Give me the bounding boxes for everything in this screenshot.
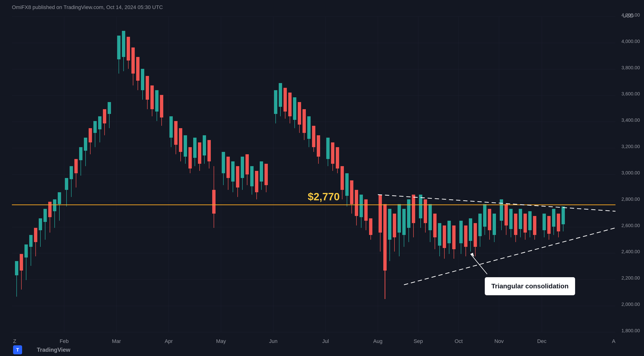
y-label-2600: 2,600.00 bbox=[622, 223, 640, 228]
svg-rect-90 bbox=[179, 128, 182, 152]
svg-rect-60 bbox=[98, 116, 102, 129]
y-label-2800: 2,800.00 bbox=[622, 196, 640, 202]
svg-rect-94 bbox=[188, 147, 192, 169]
svg-rect-64 bbox=[108, 102, 111, 114]
svg-rect-170 bbox=[388, 209, 392, 240]
svg-rect-30 bbox=[24, 244, 28, 257]
svg-rect-144 bbox=[317, 135, 320, 157]
svg-rect-176 bbox=[402, 209, 406, 235]
svg-rect-82 bbox=[155, 90, 158, 112]
svg-rect-142 bbox=[312, 126, 315, 147]
svg-rect-188 bbox=[433, 214, 436, 237]
svg-rect-114 bbox=[241, 157, 244, 178]
svg-rect-96 bbox=[193, 138, 196, 158]
svg-rect-26 bbox=[15, 261, 18, 275]
x-label-sep: Sep bbox=[414, 338, 423, 344]
svg-rect-78 bbox=[146, 76, 149, 100]
svg-rect-42 bbox=[53, 199, 56, 211]
svg-rect-54 bbox=[84, 138, 87, 151]
svg-rect-150 bbox=[336, 147, 339, 169]
y-label-2400: 2,400.00 bbox=[622, 249, 640, 254]
svg-rect-44 bbox=[58, 192, 61, 204]
svg-rect-198 bbox=[459, 221, 463, 243]
svg-rect-110 bbox=[231, 161, 234, 181]
svg-rect-76 bbox=[141, 69, 144, 90]
svg-rect-28 bbox=[20, 254, 23, 271]
svg-rect-122 bbox=[260, 161, 263, 181]
svg-rect-58 bbox=[94, 121, 97, 133]
svg-rect-140 bbox=[307, 116, 310, 139]
svg-rect-74 bbox=[136, 57, 140, 81]
svg-rect-126 bbox=[274, 90, 277, 114]
svg-text:T: T bbox=[16, 347, 19, 353]
tradingview-logo: T TradingView bbox=[13, 345, 70, 354]
svg-rect-136 bbox=[298, 102, 301, 125]
svg-rect-120 bbox=[255, 171, 258, 192]
svg-rect-50 bbox=[74, 159, 78, 173]
price-label: $2,770 bbox=[308, 191, 340, 202]
svg-rect-40 bbox=[48, 202, 52, 217]
svg-rect-174 bbox=[398, 204, 401, 233]
a-corner-label: A bbox=[612, 338, 616, 344]
svg-rect-134 bbox=[293, 97, 296, 120]
svg-rect-214 bbox=[500, 199, 503, 221]
svg-rect-164 bbox=[369, 218, 372, 235]
x-label-jul: Jul bbox=[322, 338, 329, 344]
svg-rect-224 bbox=[524, 214, 527, 233]
svg-rect-98 bbox=[198, 142, 201, 164]
y-label-4200: 4,200.00 bbox=[622, 12, 640, 17]
svg-rect-108 bbox=[226, 157, 230, 178]
svg-rect-206 bbox=[478, 214, 482, 236]
svg-rect-72 bbox=[132, 47, 135, 74]
svg-rect-220 bbox=[514, 214, 517, 235]
x-label-oct: Oct bbox=[454, 338, 463, 344]
x-label-mar: Mar bbox=[112, 338, 121, 344]
svg-rect-132 bbox=[288, 93, 292, 116]
svg-rect-52 bbox=[79, 147, 82, 160]
svg-rect-138 bbox=[302, 109, 306, 133]
svg-rect-116 bbox=[246, 154, 249, 175]
svg-rect-196 bbox=[452, 225, 456, 249]
y-label-2000: 2,000.00 bbox=[622, 302, 640, 307]
svg-rect-158 bbox=[355, 190, 358, 216]
svg-rect-192 bbox=[443, 225, 446, 248]
svg-rect-222 bbox=[519, 209, 522, 229]
svg-rect-66 bbox=[117, 36, 120, 59]
svg-rect-86 bbox=[170, 116, 173, 138]
svg-rect-102 bbox=[208, 140, 211, 161]
svg-rect-184 bbox=[424, 199, 427, 223]
x-label-may: May bbox=[216, 338, 226, 344]
svg-rect-34 bbox=[34, 228, 37, 242]
x-label-aug: Aug bbox=[373, 338, 382, 344]
svg-rect-236 bbox=[557, 214, 560, 231]
svg-rect-128 bbox=[279, 83, 282, 107]
svg-rect-226 bbox=[528, 211, 532, 230]
svg-rect-204 bbox=[474, 223, 477, 247]
svg-rect-48 bbox=[70, 166, 73, 179]
svg-rect-212 bbox=[492, 214, 496, 235]
svg-rect-92 bbox=[184, 135, 187, 157]
z-corner-label: Z bbox=[13, 338, 16, 344]
svg-rect-178 bbox=[407, 199, 410, 228]
svg-rect-38 bbox=[44, 209, 47, 222]
svg-rect-182 bbox=[419, 195, 422, 218]
svg-rect-208 bbox=[483, 204, 486, 227]
svg-rect-238 bbox=[562, 206, 565, 224]
svg-rect-56 bbox=[89, 128, 92, 142]
svg-rect-84 bbox=[160, 95, 163, 118]
x-label-dec: Dec bbox=[537, 338, 546, 344]
svg-rect-46 bbox=[65, 178, 68, 190]
chart-container: OmiFX8 published on TradingView.com, Oct… bbox=[0, 0, 644, 356]
svg-rect-112 bbox=[236, 166, 239, 187]
svg-rect-166 bbox=[378, 195, 382, 233]
svg-rect-172 bbox=[393, 214, 396, 237]
x-label-apr: Apr bbox=[165, 338, 173, 344]
y-label-2200: 2,200.00 bbox=[622, 275, 640, 281]
svg-rect-62 bbox=[103, 109, 106, 123]
svg-rect-210 bbox=[488, 209, 491, 230]
svg-rect-156 bbox=[350, 180, 353, 204]
svg-rect-104 bbox=[212, 190, 216, 214]
y-label-3800: 3,800.00 bbox=[622, 65, 640, 70]
svg-rect-202 bbox=[469, 218, 472, 241]
svg-rect-228 bbox=[533, 216, 536, 235]
